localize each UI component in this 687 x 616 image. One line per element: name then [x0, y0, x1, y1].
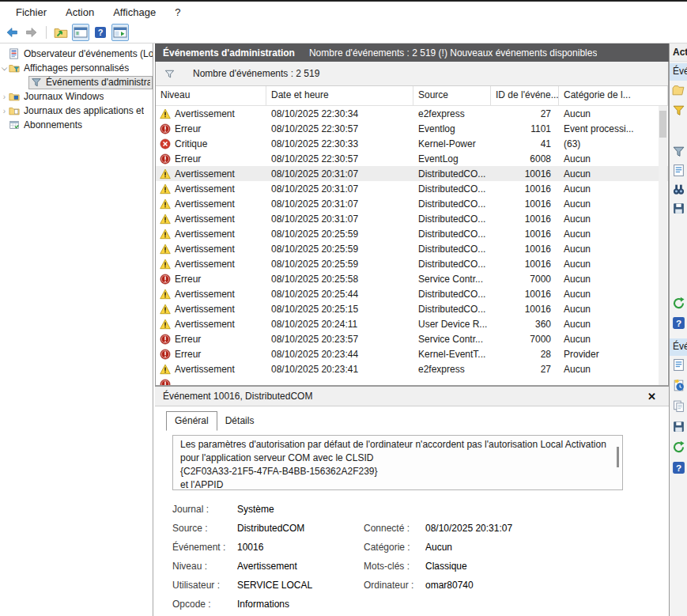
chevron-right-icon[interactable]: ›	[0, 107, 9, 115]
description-line: pour l'application serveur COM avec le C…	[180, 452, 615, 465]
field-label: Journal :	[172, 500, 237, 519]
cell-category: Aucun	[559, 108, 668, 119]
sidebar-item-windows-logs[interactable]: › Journaux Windows	[0, 89, 153, 104]
event-count-banner: Nombre d'événements : 2 519 (!) Nouveaux…	[309, 47, 598, 59]
table-row[interactable]: Avertissement 08/10/2025 20:31:07 Distri…	[156, 211, 668, 226]
table-row[interactable]: Erreur 08/10/2025 22:30:57 EventLog 6008…	[156, 151, 668, 166]
table-row[interactable]: Erreur 08/10/2025 22:30:57 Eventlog 1101…	[156, 121, 668, 136]
sidebar-item-event-viewer-root[interactable]: Observateur d'événements (Loca	[0, 47, 153, 61]
table-row[interactable]: Avertissement 08/10/2025 20:25:59 Distri…	[156, 226, 668, 241]
table-row[interactable]: Avertissement 08/10/2025 20:31:07 Distri…	[156, 181, 668, 196]
page-title: Événements d'administration	[163, 47, 295, 59]
detail-title: Événement 10016, DistributedCOM	[163, 391, 312, 402]
tab-general[interactable]: Général	[166, 411, 217, 431]
vertical-scrollbar[interactable]	[659, 106, 667, 385]
field-value: 08/10/2025 20:31:07	[425, 519, 669, 538]
copy-icon[interactable]	[672, 399, 685, 413]
help-icon[interactable]	[672, 316, 685, 330]
column-header-date[interactable]: Date et heure	[266, 86, 413, 105]
export-custom-view-icon[interactable]	[52, 24, 70, 41]
table-row[interactable]: Erreur 08/10/2025 20:25:58 Service Contr…	[156, 271, 668, 286]
cell-source: EventLog	[413, 153, 491, 164]
open-saved-log-icon[interactable]	[672, 84, 685, 97]
menu-help[interactable]: ?	[167, 4, 188, 21]
event-table-body: Avertissement 08/10/2025 22:30:34 e2fexp…	[156, 106, 668, 385]
cell-level: Avertissement	[156, 319, 266, 330]
actions-section-event[interactable]: Évé	[670, 338, 687, 356]
tab-details[interactable]: Détails	[217, 412, 262, 430]
cell-source: Kernel-Power	[413, 138, 491, 149]
cell-category: Aucun	[559, 274, 668, 285]
forward-icon[interactable]	[23, 24, 40, 41]
close-icon[interactable]: ✕	[647, 391, 656, 402]
custom-views-folder-icon	[9, 62, 20, 74]
table-row[interactable]: Avertissement 08/10/2025 20:24:11 User D…	[156, 316, 668, 331]
cell-event-id: 1101	[491, 123, 559, 134]
column-header-category[interactable]: Catégorie de l...	[559, 86, 668, 105]
cell-date: 08/10/2025 20:25:58	[266, 274, 413, 285]
chevron-down-icon[interactable]: ⌵	[0, 63, 9, 73]
properties-icon[interactable]	[672, 164, 685, 177]
scrollbar-thumb[interactable]	[659, 111, 666, 138]
cell-event-id: 6008	[491, 153, 559, 164]
cell-event-id: 10016	[491, 214, 559, 225]
sidebar-item-label: Journaux Windows	[24, 91, 104, 102]
refresh-icon[interactable]	[672, 297, 685, 310]
table-row[interactable]: Avertissement 08/10/2025 20:25:59 Distri…	[156, 241, 668, 256]
cell-category: Aucun	[559, 244, 668, 255]
event-description-box[interactable]: Les paramètres d'autorisation par défaut…	[172, 435, 623, 490]
filter-current-view-icon[interactable]	[672, 145, 685, 158]
column-header-niveau[interactable]: Niveau	[156, 86, 266, 105]
cell-date: 08/10/2025 20:23:44	[266, 349, 413, 360]
column-header-source[interactable]: Source	[413, 86, 491, 105]
table-row[interactable]: Avertissement 08/10/2025 20:23:41 e2fexp…	[156, 361, 668, 376]
table-row[interactable]: Avertissement 08/10/2025 20:25:44 Distri…	[156, 286, 668, 301]
table-row[interactable]: Avertissement 08/10/2025 20:31:07 Distri…	[156, 196, 668, 211]
sidebar-item-admin-events[interactable]: Événements d'administra	[28, 75, 153, 89]
cell-source: Eventlog	[413, 123, 491, 134]
cell-level: Erreur	[156, 274, 266, 285]
table-row[interactable]: Avertissement 08/10/2025 20:31:07 Distri…	[156, 166, 668, 181]
help-icon[interactable]	[92, 24, 109, 41]
help-icon[interactable]	[672, 461, 685, 474]
save-events-icon[interactable]	[672, 202, 685, 215]
cell-date: 08/10/2025 20:23:41	[266, 364, 413, 375]
show-console-tree-icon[interactable]	[72, 24, 89, 41]
event-properties-icon[interactable]	[672, 358, 685, 372]
message-scrollbar-thumb[interactable]	[617, 447, 619, 467]
field-value: SERVICE LOCAL	[237, 576, 364, 595]
attach-task-icon[interactable]	[672, 379, 685, 392]
cell-category: Aucun	[559, 319, 668, 330]
cell-event-id: 10016	[491, 198, 559, 210]
menu-affichage[interactable]: Affichage	[105, 4, 164, 21]
sidebar-item-subscriptions[interactable]: Abonnements	[0, 118, 153, 132]
actions-section-view[interactable]: Évé	[670, 63, 687, 81]
table-row[interactable]	[156, 376, 668, 385]
menu-fichier[interactable]: Fichier	[8, 4, 55, 21]
find-icon[interactable]	[672, 183, 685, 196]
cell-event-id: 10016	[491, 229, 559, 240]
table-row[interactable]: Avertissement 08/10/2025 20:25:59 Distri…	[156, 256, 668, 271]
field-label: Niveau :	[172, 557, 237, 576]
detail-title-bar: Événement 10016, DistributedCOM ✕	[155, 387, 669, 406]
cell-level: Avertissement	[156, 304, 266, 315]
table-row[interactable]: Avertissement 08/10/2025 20:25:15 Distri…	[156, 301, 668, 316]
level-icon	[160, 214, 171, 225]
sidebar-item-app-logs[interactable]: › Journaux des applications et	[0, 104, 153, 118]
table-row[interactable]: Erreur 08/10/2025 20:23:44 Kernel-EventT…	[156, 346, 668, 361]
create-custom-view-icon[interactable]	[672, 104, 685, 117]
save-selected-icon[interactable]	[672, 420, 685, 433]
chevron-right-icon[interactable]: ›	[0, 93, 9, 101]
column-header-event-id[interactable]: ID de l'événe...	[491, 86, 559, 105]
table-row[interactable]: Critique 08/10/2025 22:30:33 Kernel-Powe…	[156, 136, 668, 151]
level-icon	[160, 274, 171, 285]
menu-action[interactable]: Action	[58, 4, 102, 21]
cell-source: DistributedCO...	[413, 289, 491, 300]
table-row[interactable]: Erreur 08/10/2025 20:23:57 Service Contr…	[156, 331, 668, 346]
refresh-icon[interactable]	[672, 440, 685, 454]
table-row[interactable]: Avertissement 08/10/2025 22:30:34 e2fexp…	[156, 106, 668, 121]
back-icon[interactable]	[3, 24, 21, 41]
cell-date: 08/10/2025 22:30:33	[266, 138, 413, 149]
sidebar-item-custom-views[interactable]: ⌵ Affichages personnalisés	[0, 61, 153, 75]
show-action-pane-icon[interactable]	[111, 24, 129, 41]
